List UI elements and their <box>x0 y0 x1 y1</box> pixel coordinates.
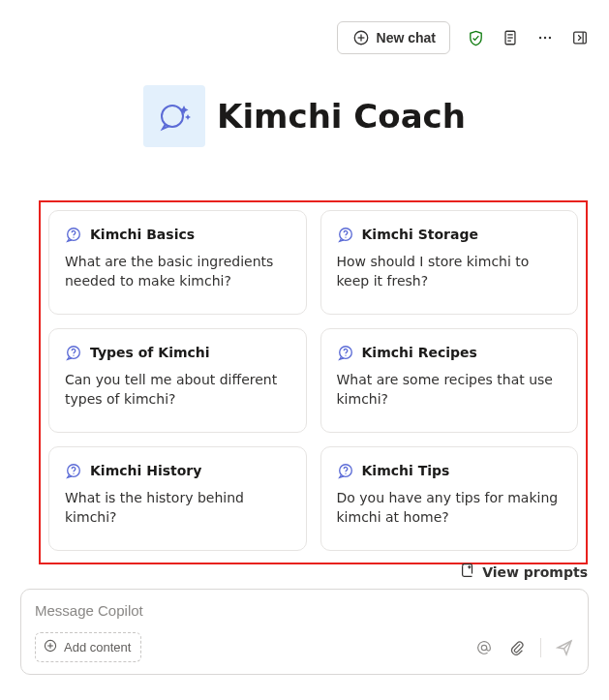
panel-toggle-icon[interactable] <box>570 28 590 47</box>
hero: Kimchi Coach <box>0 85 609 147</box>
prompt-starters-area: Kimchi Basics What are the basic ingredi… <box>39 200 588 564</box>
compose-actions <box>474 638 574 657</box>
svg-point-14 <box>73 237 74 238</box>
svg-point-16 <box>345 237 346 238</box>
plus-circle-icon <box>43 638 58 656</box>
prompt-desc: What is the history behind kimchi? <box>65 489 290 527</box>
prompt-title: Kimchi History <box>90 463 201 478</box>
svg-rect-10 <box>574 32 587 44</box>
shield-check-icon[interactable] <box>466 28 485 47</box>
divider <box>540 638 541 657</box>
prompt-card[interactable]: Types of Kimchi Can you tell me about di… <box>48 328 307 433</box>
top-toolbar: New chat <box>337 21 590 54</box>
view-prompts-link[interactable]: View prompts <box>459 562 588 582</box>
svg-point-28 <box>481 645 486 650</box>
prompt-desc: How should I store kimchi to keep it fre… <box>337 253 563 290</box>
svg-point-24 <box>345 473 346 474</box>
plus-circle-icon <box>351 28 371 47</box>
more-icon[interactable] <box>535 28 555 47</box>
message-input[interactable] <box>35 602 574 619</box>
compose-box: Add content <box>20 589 589 675</box>
prompt-title: Kimchi Basics <box>90 227 195 242</box>
chat-question-icon <box>337 462 354 479</box>
prompt-title: Kimchi Recipes <box>362 345 477 360</box>
page-title: Kimchi Coach <box>217 97 466 136</box>
chat-question-icon <box>65 344 82 361</box>
book-sparkle-icon <box>459 562 476 582</box>
svg-point-20 <box>345 355 346 356</box>
prompt-desc: What are some recipes that use kimchi? <box>337 371 563 409</box>
prompt-card[interactable]: Kimchi History What is the history behin… <box>48 446 307 551</box>
add-content-button[interactable]: Add content <box>35 632 141 662</box>
document-icon[interactable] <box>501 28 520 47</box>
chat-question-icon <box>65 226 82 243</box>
mention-icon[interactable] <box>474 638 494 657</box>
attach-icon[interactable] <box>507 638 527 657</box>
prompt-card[interactable]: Kimchi Storage How should I store kimchi… <box>320 210 579 315</box>
svg-point-7 <box>539 37 541 39</box>
prompt-desc: Can you tell me about different types of… <box>65 371 290 409</box>
chat-question-icon <box>337 226 354 243</box>
view-prompts-label: View prompts <box>482 564 588 580</box>
prompt-desc: Do you have any tips for making kimchi a… <box>337 489 563 527</box>
svg-point-22 <box>73 473 74 474</box>
prompt-grid: Kimchi Basics What are the basic ingredi… <box>48 210 578 551</box>
add-content-label: Add content <box>64 640 131 654</box>
prompt-card[interactable]: Kimchi Tips Do you have any tips for mak… <box>320 446 579 551</box>
svg-point-18 <box>73 355 74 356</box>
chat-question-icon <box>337 344 354 361</box>
agent-avatar-icon <box>143 85 205 147</box>
prompt-title: Kimchi Tips <box>362 463 450 478</box>
send-icon[interactable] <box>555 638 574 657</box>
chat-question-icon <box>65 462 82 479</box>
prompt-card[interactable]: Kimchi Recipes What are some recipes tha… <box>320 328 579 433</box>
new-chat-label: New chat <box>377 30 436 46</box>
prompt-title: Types of Kimchi <box>90 345 210 360</box>
svg-point-9 <box>549 37 551 39</box>
prompt-title: Kimchi Storage <box>362 227 478 242</box>
prompt-desc: What are the basic ingredients needed to… <box>65 253 290 290</box>
prompt-card[interactable]: Kimchi Basics What are the basic ingredi… <box>48 210 307 315</box>
svg-point-8 <box>544 37 546 39</box>
new-chat-button[interactable]: New chat <box>337 21 450 54</box>
